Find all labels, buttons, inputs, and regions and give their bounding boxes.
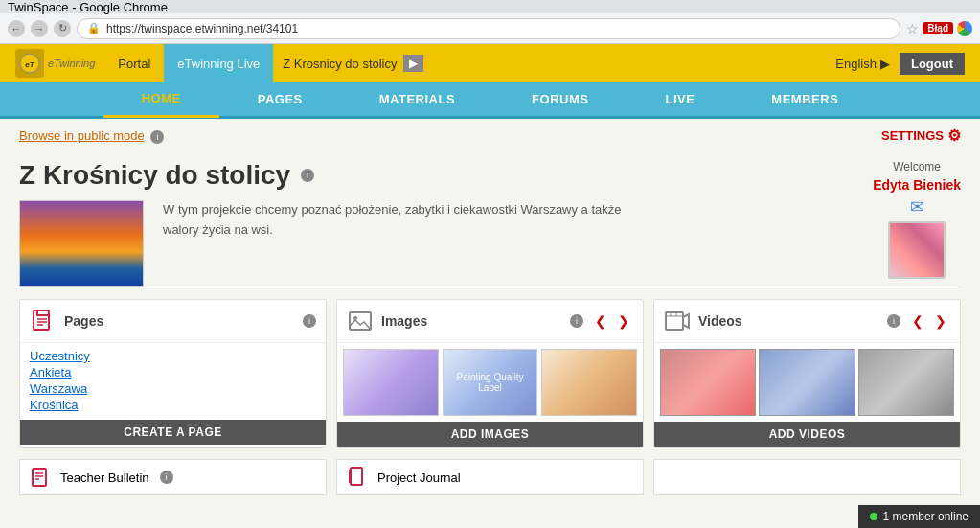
project-journal-title: Project Journal <box>377 471 461 485</box>
videos-info-icon[interactable]: i <box>887 314 900 328</box>
add-videos-button[interactable]: ADD VIDEOS <box>654 422 960 447</box>
videos-next-button[interactable]: ❯ <box>931 311 950 331</box>
project-arrow: ▶ <box>403 55 423 72</box>
user-name: Edyta Bieniek <box>873 177 961 193</box>
top-nav: eT eTwinning Portal eTwinning Live Z Kro… <box>0 44 980 82</box>
page-link-krosnica[interactable]: Krośnica <box>30 398 316 412</box>
project-description: W tym projekcie chcemy poznać położenie,… <box>163 200 642 287</box>
browser-title-bar: TwinSpace - Google Chrome <box>0 0 980 13</box>
pages-widget-content: Uczestnicy Ankieta Warszawa Krośnica <box>20 343 326 420</box>
page-link-warszawa[interactable]: Warszawa <box>30 381 316 396</box>
project-journal-widget: Project Journal <box>336 459 644 495</box>
svg-rect-2 <box>34 310 49 330</box>
nav-home[interactable]: HOME <box>103 81 219 118</box>
member-online-badge: 1 member online <box>858 505 980 528</box>
images-next-button[interactable]: ❯ <box>614 311 633 331</box>
bookmark-icon[interactable]: ☆ <box>906 21 919 36</box>
browse-info-icon[interactable]: i <box>150 130 164 144</box>
pages-info-icon[interactable]: i <box>303 314 316 328</box>
forward-button[interactable]: → <box>31 20 48 37</box>
project-name: Z Krosnicy do stolicy <box>283 57 397 71</box>
project-info: Z Krośnicy do stolicy i W tym projekcie … <box>19 160 873 287</box>
project-title: Z Krośnicy do stolicy i <box>19 160 873 191</box>
portal-link[interactable]: Portal <box>104 44 164 82</box>
widgets-grid: Pages i Uczestnicy Ankieta Warszawa Kroś… <box>0 287 980 459</box>
avatar <box>888 221 946 279</box>
project-desc-row: W tym projekcie chcemy poznać położenie,… <box>19 200 873 287</box>
teacher-bulletin-info-icon[interactable]: i <box>160 471 173 484</box>
project-user-panel: Welcome Edyta Bieniek ✉ <box>873 160 961 279</box>
browse-bar: Browse in public mode i SETTINGS ⚙ <box>0 119 980 152</box>
pages-widget-title: Pages <box>64 313 292 329</box>
browse-public-link[interactable]: Browse in public mode <box>19 128 145 143</box>
videos-prev-button[interactable]: ❮ <box>908 311 927 331</box>
nav-live[interactable]: LIVE <box>627 81 733 118</box>
create-page-button[interactable]: CREATE A PAGE <box>20 420 326 445</box>
mail-icon[interactable]: ✉ <box>910 196 924 218</box>
url-bar[interactable]: 🔒 https://twinspace.etwinning.net/34101 <box>77 18 900 39</box>
pages-widget: Pages i Uczestnicy Ankieta Warszawa Kroś… <box>19 299 327 448</box>
page-link-ankieta[interactable]: Ankieta <box>30 365 316 379</box>
images-widget-title: Images <box>381 313 559 329</box>
pages-icon <box>30 308 57 334</box>
nav-pages[interactable]: PAGES <box>219 81 341 118</box>
teacher-bulletin-title: Teacher Bulletin <box>60 471 149 485</box>
third-bottom-widget <box>653 459 961 495</box>
project-title-section: Z Krośnicy do stolicy i W tym projekcie … <box>0 152 980 287</box>
pages-widget-header: Pages i <box>20 300 326 343</box>
online-indicator <box>870 513 877 520</box>
videos-icon <box>664 308 691 334</box>
videos-widget: Videos i ❮ ❯ ADD VIDEOS <box>653 299 961 448</box>
images-prev-button[interactable]: ❮ <box>591 311 610 331</box>
main-nav: HOME PAGES MATERIALS FORUMS LIVE MEMBERS <box>0 82 980 119</box>
settings-button[interactable]: SETTINGS ⚙ <box>881 126 961 145</box>
language-selector[interactable]: English ▶ <box>835 57 890 71</box>
videos-preview <box>654 343 960 422</box>
project-title-bar: Z Krosnicy do stolicy ▶ <box>273 55 835 72</box>
nav-materials[interactable]: MATERIALS <box>341 81 493 118</box>
svg-text:eT: eT <box>25 60 34 69</box>
videos-widget-header: Videos i ❮ ❯ <box>654 300 960 343</box>
video-thumb-2 <box>759 349 855 416</box>
video-thumb-1 <box>660 349 756 416</box>
nav-forums[interactable]: FORUMS <box>493 81 627 118</box>
teacher-bulletin-widget: Teacher Bulletin i <box>19 459 327 495</box>
video-thumb-3 <box>858 349 954 416</box>
images-widget-header: Images i ❮ ❯ <box>337 300 643 343</box>
images-nav: ❮ ❯ <box>591 311 633 331</box>
svg-rect-17 <box>349 470 351 483</box>
videos-nav: ❮ ❯ <box>908 311 950 331</box>
back-button[interactable]: ← <box>8 20 25 37</box>
svg-rect-8 <box>666 312 683 330</box>
bottom-widgets: Teacher Bulletin i Project Journal <box>0 459 980 495</box>
url-text: https://twinspace.etwinning.net/34101 <box>106 22 298 35</box>
images-info-icon[interactable]: i <box>570 314 583 328</box>
member-online-text: 1 member online <box>883 510 969 523</box>
image-thumb-1 <box>343 349 439 416</box>
etwinning-logo: eT eTwinning <box>15 49 95 78</box>
refresh-button[interactable]: ↻ <box>54 20 71 37</box>
top-nav-right: English ▶ Logout <box>835 53 965 75</box>
browser-title: TwinSpace - Google Chrome <box>8 0 168 14</box>
chrome-icon <box>957 21 972 36</box>
browse-public-row: Browse in public mode i <box>19 128 164 144</box>
add-images-button[interactable]: ADD IMAGES <box>337 422 643 447</box>
error-badge: Błąd <box>923 22 953 34</box>
content-area: Browse in public mode i SETTINGS ⚙ Z Kro… <box>0 119 980 528</box>
project-title-info-icon[interactable]: i <box>301 169 314 182</box>
images-preview: Painting Quality Label <box>337 343 643 422</box>
project-journal-icon <box>347 466 370 489</box>
etwinning-live-link[interactable]: eTwinning Live <box>164 44 273 82</box>
nav-members[interactable]: MEMBERS <box>733 81 877 118</box>
browser-toolbar: ← → ↻ 🔒 https://twinspace.etwinning.net/… <box>0 13 980 44</box>
svg-rect-12 <box>33 469 46 486</box>
videos-widget-title: Videos <box>698 313 877 329</box>
images-widget: Images i ❮ ❯ Painting Quality Label ADD … <box>336 299 644 448</box>
image-thumb-3 <box>541 349 637 416</box>
logout-button[interactable]: Logout <box>900 53 965 75</box>
avatar-image <box>890 223 944 277</box>
logo-icon: eT <box>15 49 44 78</box>
page-link-uczestnicy[interactable]: Uczestnicy <box>30 349 316 363</box>
image-thumb-2: Painting Quality Label <box>443 349 538 416</box>
project-image <box>19 200 144 287</box>
